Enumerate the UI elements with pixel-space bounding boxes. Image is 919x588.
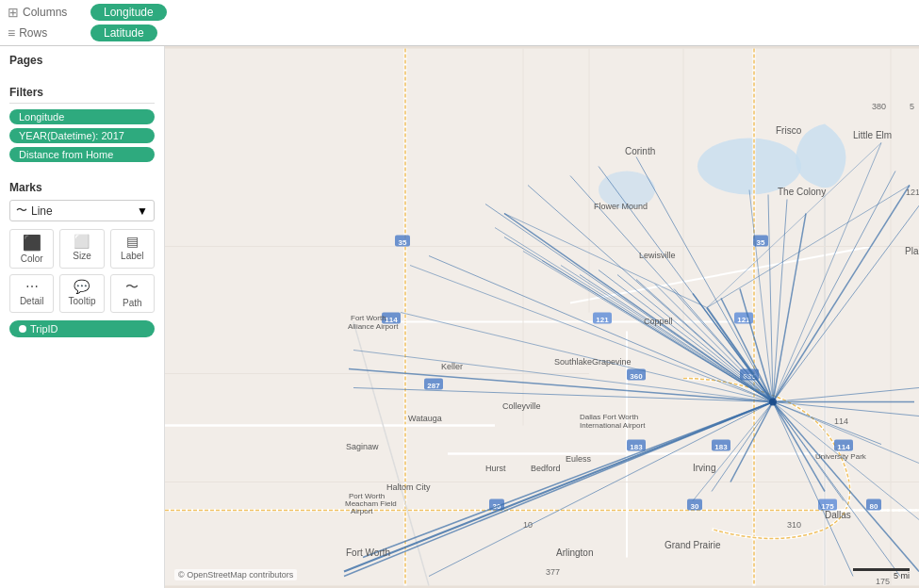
svg-text:Euless: Euless (566, 454, 592, 464)
trip-id-label: TripID (30, 323, 58, 335)
svg-text:10: 10 (523, 520, 533, 530)
svg-text:Corinth: Corinth (625, 146, 655, 156)
svg-text:35: 35 (399, 238, 407, 247)
svg-text:Colleyville: Colleyville (502, 401, 541, 411)
filter-longitude[interactable]: Longitude (9, 109, 155, 124)
filter-year-datetime[interactable]: YEAR(Datetime): 2017 (9, 128, 155, 143)
svg-text:Saginaw: Saginaw (346, 442, 379, 451)
top-bar: ⊞ Columns Longitude ≡ Rows Latitude (0, 0, 919, 46)
svg-text:Plano: Plano (905, 246, 919, 256)
columns-row: ⊞ Columns Longitude (8, 4, 911, 21)
tooltip-button[interactable]: 💬 Tooltip (59, 274, 104, 313)
pages-title: Pages (9, 54, 155, 67)
path-icon: 〜 (125, 279, 139, 296)
detail-icon: ⋯ (25, 279, 39, 294)
svg-rect-0 (165, 49, 919, 586)
map-attribution: © OpenStreetMap contributors (174, 569, 297, 580)
columns-value[interactable]: Longitude (90, 4, 167, 21)
filters-title: Filters (9, 86, 155, 104)
filter-distance-from-home[interactable]: Distance from Home (9, 147, 155, 162)
size-button[interactable]: ⬜ Size (59, 229, 104, 269)
svg-text:The Colony: The Colony (778, 187, 826, 197)
svg-text:183: 183 (714, 443, 728, 451)
svg-text:360: 360 (630, 372, 643, 381)
svg-text:183: 183 (630, 443, 643, 451)
detail-button[interactable]: ⋯ Detail (9, 274, 54, 313)
svg-text:5: 5 (910, 102, 914, 111)
svg-text:Little Elm: Little Elm (853, 130, 892, 140)
label-label: Label (121, 251, 143, 261)
sidebar: Pages Filters Longitude YEAR(Datetime): … (0, 46, 165, 588)
map-svg: 114 287 635 360 183 183 114 30 80 30 121… (165, 46, 919, 588)
scale-label: 5 mi (894, 571, 910, 580)
svg-text:30: 30 (691, 502, 699, 511)
label-icon: ▤ (126, 234, 139, 249)
main-content: Pages Filters Longitude YEAR(Datetime): … (0, 46, 919, 588)
rows-label: ≡ Rows (8, 25, 83, 41)
size-label: Size (73, 251, 90, 261)
color-button[interactable]: ⬛ Color (9, 229, 54, 269)
columns-label: ⊞ Columns (8, 5, 83, 20)
size-icon: ⬜ (74, 234, 90, 249)
svg-text:Airport: Airport (351, 507, 373, 515)
marks-section: Marks 〜 Line ▼ ⬛ Color ⬜ Size ▤ (0, 173, 164, 345)
detail-label: Detail (20, 296, 44, 306)
svg-text:Fort Worth: Fort Worth (346, 547, 390, 558)
svg-text:80: 80 (870, 502, 878, 511)
columns-icon: ⊞ (8, 5, 19, 20)
svg-text:International Airport: International Airport (580, 421, 646, 430)
marks-title: Marks (9, 181, 155, 194)
color-label: Color (21, 253, 43, 264)
svg-text:377: 377 (546, 567, 560, 577)
marks-grid: ⬛ Color ⬜ Size ▤ Label ⋯ Detail 💬 Too (9, 229, 155, 313)
svg-text:Fort Worth: Fort Worth (351, 314, 386, 322)
svg-text:Grapevine: Grapevine (592, 357, 632, 367)
pages-section: Pages (0, 46, 164, 78)
svg-text:380: 380 (872, 102, 886, 111)
svg-text:Bedford: Bedford (531, 464, 561, 473)
map-area[interactable]: 114 287 635 360 183 183 114 30 80 30 121… (165, 46, 919, 588)
marks-type-label: 〜 Line (16, 203, 53, 219)
trip-id-pill[interactable]: TripID (9, 320, 155, 337)
tooltip-label: Tooltip (69, 296, 96, 306)
svg-text:Arlington: Arlington (556, 547, 593, 558)
trip-id-dot-icon (19, 325, 26, 333)
svg-text:114: 114 (837, 443, 850, 451)
svg-text:114: 114 (834, 416, 848, 426)
svg-text:Flower Mound: Flower Mound (594, 202, 648, 211)
svg-text:University Park: University Park (815, 452, 867, 461)
svg-text:Hurst: Hurst (485, 464, 506, 473)
svg-text:Dallas Fort Worth: Dallas Fort Worth (580, 413, 638, 421)
svg-point-112 (769, 399, 777, 406)
svg-text:Dallas: Dallas (825, 510, 851, 520)
filters-section: Filters Longitude YEAR(Datetime): 2017 D… (0, 78, 164, 173)
svg-text:Southlake: Southlake (554, 357, 592, 367)
svg-text:Coppell: Coppell (644, 317, 673, 326)
scale-bar: 5 mi (853, 568, 910, 580)
svg-text:Keller: Keller (441, 362, 463, 371)
rows-row: ≡ Rows Latitude (8, 24, 911, 41)
line-icon: 〜 (16, 203, 27, 219)
svg-text:Grand Prairie: Grand Prairie (665, 540, 721, 550)
svg-text:Haltom City: Haltom City (386, 482, 431, 492)
chevron-down-icon: ▼ (137, 204, 148, 218)
svg-text:35: 35 (757, 238, 765, 247)
svg-text:Watauga: Watauga (408, 414, 442, 423)
svg-text:Irving: Irving (693, 463, 715, 473)
tooltip-icon: 💬 (74, 279, 90, 294)
svg-text:Lewisville: Lewisville (639, 251, 676, 260)
path-label: Path (123, 298, 142, 308)
svg-text:310: 310 (787, 520, 801, 530)
svg-text:287: 287 (427, 382, 440, 390)
marks-type-dropdown[interactable]: 〜 Line ▼ (9, 200, 155, 221)
svg-text:121: 121 (596, 316, 609, 324)
rows-icon: ≡ (8, 25, 15, 41)
path-button[interactable]: 〜 Path (110, 274, 155, 313)
svg-text:121: 121 (906, 188, 919, 197)
color-icon: ⬛ (23, 234, 41, 252)
svg-text:Alliance Airport: Alliance Airport (348, 322, 399, 331)
svg-text:Frisco: Frisco (776, 125, 802, 136)
label-button[interactable]: ▤ Label (110, 229, 155, 269)
rows-value[interactable]: Latitude (90, 24, 157, 41)
